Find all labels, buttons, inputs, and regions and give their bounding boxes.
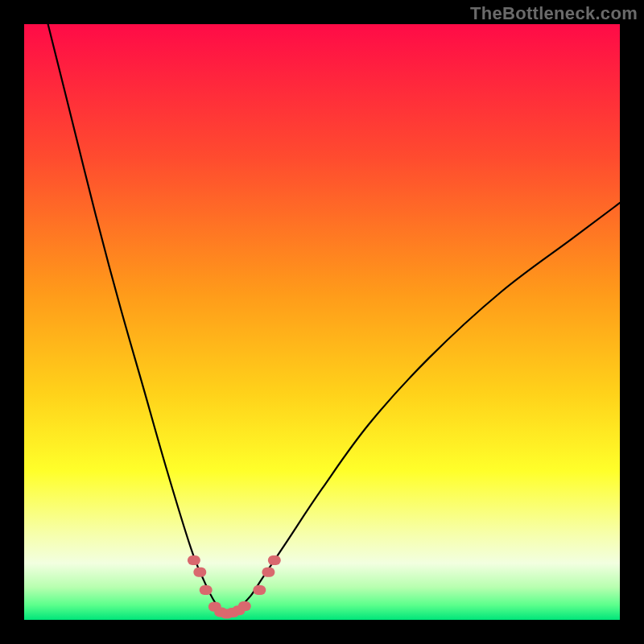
marker-dot — [238, 601, 251, 611]
watermark-text: TheBottleneck.com — [470, 3, 638, 24]
marker-dot — [268, 555, 281, 565]
marker-dot — [262, 568, 275, 577]
plot-area — [24, 24, 620, 620]
gradient-background — [24, 24, 620, 620]
marker-dot — [193, 568, 206, 577]
marker-dot — [188, 555, 200, 565]
chart-stage: TheBottleneck.com — [0, 0, 644, 644]
marker-dot — [253, 585, 266, 595]
marker-dot — [200, 585, 213, 595]
chart-svg — [24, 24, 620, 620]
